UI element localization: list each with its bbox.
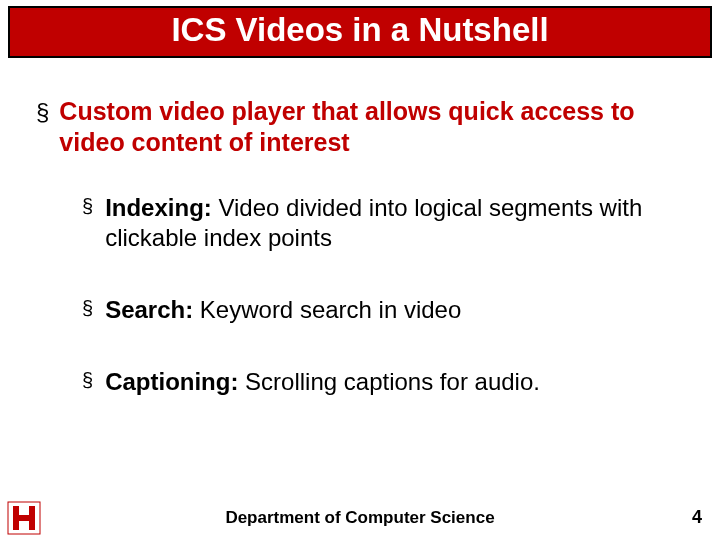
sub-bullet-text: Captioning: Scrolling captions for audio… <box>105 367 540 397</box>
bullet-marker: § <box>82 297 93 325</box>
slide-footer: Department of Computer Science 4 <box>0 496 720 540</box>
footer-department: Department of Computer Science <box>0 508 720 528</box>
sub-bullet-text: Search: Keyword search in video <box>105 295 461 325</box>
sub-bullet-label: Indexing: <box>105 194 212 221</box>
sub-bullet-body: Scrolling captions for audio. <box>238 368 540 395</box>
bullet-marker: § <box>82 369 93 397</box>
sub-bullet-body: Keyword search in video <box>193 296 461 323</box>
sub-bullet-search: § Search: Keyword search in video <box>82 295 696 325</box>
slide: ICS Videos in a Nutshell § Custom video … <box>0 6 720 540</box>
page-number: 4 <box>692 507 702 528</box>
main-bullet-text: Custom video player that allows quick ac… <box>59 96 696 159</box>
slide-title: ICS Videos in a Nutshell <box>8 6 712 58</box>
sub-bullet-label: Captioning: <box>105 368 238 395</box>
sub-bullet-list: § Indexing: Video divided into logical s… <box>82 193 696 397</box>
bullet-marker: § <box>36 98 49 159</box>
bullet-marker: § <box>82 195 93 253</box>
sub-bullet-captioning: § Captioning: Scrolling captions for aud… <box>82 367 696 397</box>
sub-bullet-text: Indexing: Video divided into logical seg… <box>105 193 696 253</box>
slide-body: § Custom video player that allows quick … <box>36 96 696 439</box>
sub-bullet-label: Search: <box>105 296 193 323</box>
main-bullet: § Custom video player that allows quick … <box>36 96 696 159</box>
sub-bullet-indexing: § Indexing: Video divided into logical s… <box>82 193 696 253</box>
